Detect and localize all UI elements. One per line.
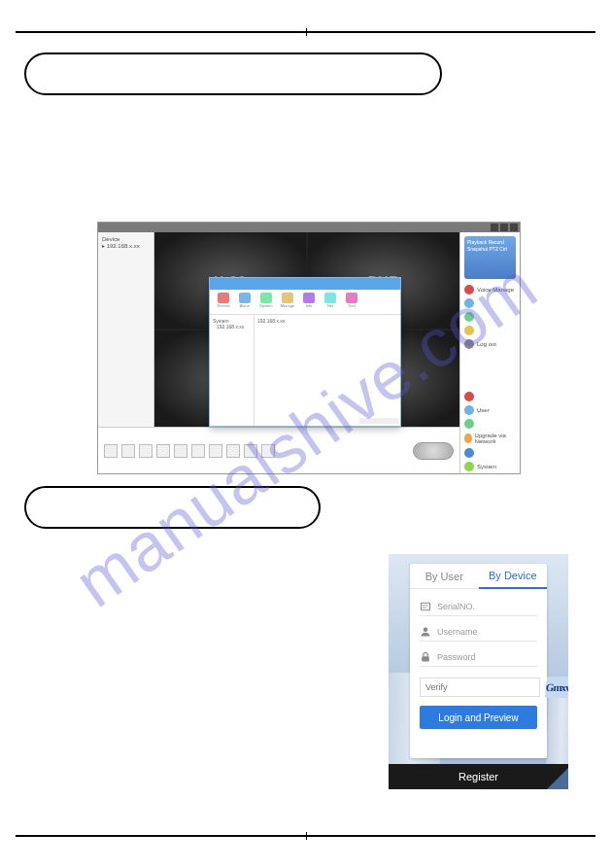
login-fields [410, 589, 547, 673]
status-label: Upgrade via Network [475, 433, 516, 444]
svg-rect-4 [422, 656, 429, 661]
dialog-tool-info[interactable]: Info [301, 293, 317, 308]
dialog-toolbar: Record Alarm System Manage Info Net Tool [210, 290, 400, 315]
status-label: System [477, 464, 496, 469]
dialog-tool-system[interactable]: System [258, 293, 274, 308]
settings-dialog: Record Alarm System Manage Info Net Tool… [209, 277, 401, 427]
status-item[interactable]: System [460, 460, 520, 473]
verify-input[interactable] [420, 677, 540, 697]
top-divider [16, 31, 595, 33]
toolbar-button[interactable] [121, 444, 135, 458]
status-icon [464, 448, 474, 458]
dialog-body: System 192.168.x.xx 192.168.x.xx [210, 315, 400, 426]
ptz-control-pad[interactable]: Playback Record Snapshot PTZ Ctrl [464, 236, 516, 279]
tab-by-device[interactable]: By Device [479, 564, 548, 589]
jog-wheel[interactable] [413, 442, 454, 460]
password-input[interactable] [437, 652, 546, 662]
record-icon [218, 293, 229, 303]
tool-label: Record [218, 303, 230, 308]
right-menu-item[interactable] [460, 324, 520, 337]
right-menu-item[interactable]: Voice Manage [460, 283, 520, 296]
info-icon [303, 293, 315, 303]
register-button[interactable]: Register [389, 764, 568, 789]
tool-label: Tool [348, 303, 355, 308]
right-menu-item[interactable]: Log out [460, 337, 520, 351]
status-item[interactable]: User [460, 403, 520, 417]
tool-icon [346, 293, 357, 303]
toolbar-button[interactable] [156, 444, 170, 458]
dialog-tree[interactable]: System 192.168.x.xx [210, 315, 255, 426]
dialog-list-item[interactable]: 192.168.x.xx [257, 318, 397, 324]
alarm-icon [239, 293, 251, 303]
status-icon [464, 392, 474, 401]
net-icon [324, 293, 336, 303]
toolbar-button[interactable] [174, 444, 187, 458]
right-menu-item[interactable] [460, 310, 520, 324]
tool-label: Manage [281, 303, 294, 308]
login-panel: By User By Device [410, 564, 547, 758]
tab-by-user[interactable]: By User [410, 564, 479, 589]
dialog-tree-item[interactable]: 192.168.x.xx [213, 324, 251, 330]
app-titlebar [98, 223, 520, 232]
right-menu-item[interactable] [460, 296, 520, 310]
username-input[interactable] [437, 627, 546, 637]
menu-icon [464, 298, 474, 308]
login-tabs: By User By Device [410, 564, 547, 589]
dialog-tool-record[interactable]: Record [216, 293, 231, 308]
system-icon [464, 462, 474, 471]
toolbar-button[interactable] [139, 444, 153, 458]
svg-rect-1 [423, 605, 428, 606]
right-item-label: Voice Manage [477, 287, 514, 293]
logout-icon [464, 339, 474, 349]
lock-icon [420, 651, 431, 663]
bottom-divider [16, 835, 595, 837]
system-icon [260, 293, 272, 303]
status-item[interactable]: Upgrade via Network [460, 431, 520, 446]
user-icon [464, 405, 474, 415]
menu-icon [464, 312, 474, 322]
callout-pill-2 [24, 486, 321, 529]
toolbar-button[interactable] [104, 444, 118, 458]
serial-field-row [420, 597, 537, 616]
dialog-list[interactable]: 192.168.x.xx [255, 315, 400, 426]
dialog-tool-alarm[interactable]: Alarm [237, 293, 253, 308]
dialog-tool-tool[interactable]: Tool [344, 293, 359, 308]
manage-icon [282, 293, 293, 303]
verify-row: Gmxvl [410, 673, 547, 706]
status-label: User [477, 407, 490, 413]
tool-label: Net [327, 303, 333, 308]
device-tree-sidebar[interactable]: Device 192.168.x.xx [98, 232, 154, 427]
dialog-titlebar[interactable] [210, 278, 400, 290]
dialog-tool-net[interactable]: Net [322, 293, 338, 308]
app-toolbar [98, 427, 459, 473]
tool-label: Info [306, 303, 313, 308]
toolbar-button[interactable] [209, 444, 222, 458]
password-field-row [420, 647, 537, 667]
right-panel: Playback Record Snapshot PTZ Ctrl Voice … [459, 232, 520, 473]
serial-icon [420, 601, 431, 612]
login-widget: By User By Device [389, 554, 568, 789]
tree-node[interactable]: 192.168.x.xx [102, 242, 150, 249]
username-field-row [420, 622, 537, 642]
svg-point-3 [424, 627, 428, 632]
svg-rect-0 [422, 603, 430, 610]
captcha-image[interactable]: Gmxvl [545, 677, 568, 698]
status-item[interactable] [460, 390, 520, 403]
upgrade-icon [464, 434, 472, 443]
toolbar-button[interactable] [244, 444, 257, 458]
login-preview-button[interactable]: Login and Preview [420, 706, 537, 729]
status-item[interactable] [460, 446, 520, 460]
voice-icon [464, 285, 474, 295]
tool-label: System [259, 303, 272, 308]
status-item[interactable] [460, 417, 520, 431]
dialog-tool-manage[interactable]: Manage [280, 293, 295, 308]
toolbar-button[interactable] [191, 444, 205, 458]
svg-rect-2 [423, 607, 426, 608]
toolbar-button[interactable] [261, 444, 275, 458]
toolbar-button[interactable] [226, 444, 240, 458]
tool-label: Alarm [240, 303, 250, 308]
serial-input[interactable] [437, 602, 546, 611]
menu-icon [464, 326, 474, 335]
callout-pill-1 [24, 52, 442, 95]
status-icon [464, 419, 474, 429]
